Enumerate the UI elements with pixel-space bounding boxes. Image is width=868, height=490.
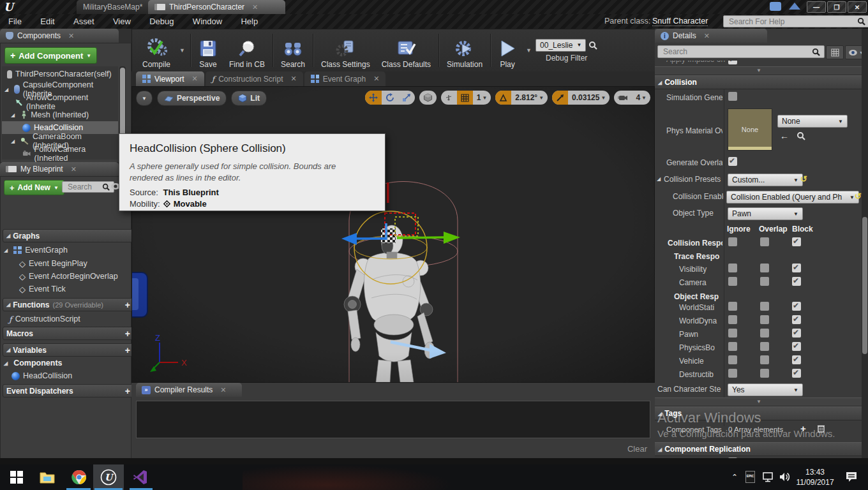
collision-presets-dropdown[interactable]: Custom...▼ [728,174,803,186]
matrix-checkbox-overlap[interactable] [760,264,769,272]
restore-button[interactable]: ❐ [827,1,846,13]
matrix-checkbox-block[interactable] [792,277,801,286]
phys-material-dropdown[interactable]: None▼ [777,115,848,128]
dispatchers-section-header[interactable]: Event Dispatchers + [3,384,134,397]
matrix-checkbox-ignore[interactable] [728,355,737,364]
delete-tags-icon[interactable] [817,424,825,433]
tree-item-self[interactable]: ThirdPersonCharacter(self) [2,68,119,80]
tab-close-icon[interactable]: ✕ [373,75,379,83]
matrix-checkbox-overlap[interactable] [760,302,769,311]
matrix-checkbox-ignore[interactable] [728,277,737,286]
expander-icon[interactable]: ◢ [11,138,15,144]
tree-item-mesh[interactable]: ◢ Mesh (Inherited) [2,108,119,121]
matrix-checkbox-block[interactable] [792,342,801,351]
vscode-icon[interactable] [131,468,149,486]
collision-section-header[interactable]: ◢ Collision [655,75,868,89]
play-button[interactable]: Play [493,29,522,71]
event-actorbeginoverlap-item[interactable]: ◇ Event ActorBeginOverlap [3,270,119,283]
tab-close-icon[interactable]: ✕ [220,386,226,394]
translate-tool-button[interactable] [365,91,382,105]
close-button[interactable]: ✕ [848,1,867,13]
matrix-checkbox-overlap[interactable] [760,315,769,324]
myblueprint-close-icon[interactable]: ✕ [71,165,77,174]
lit-mode-button[interactable]: Lit [231,91,267,106]
network-tray-icon[interactable] [762,472,775,482]
component-replication-header[interactable]: ◢ Component Replication [655,442,868,456]
category-expander[interactable]: ▼ [655,66,863,75]
matrix-checkbox-block[interactable] [792,329,801,338]
can-step-dropdown[interactable]: Yes▼ [728,383,803,396]
chrome-icon[interactable] [70,468,88,486]
search-button[interactable]: Search [275,29,311,71]
matrix-checkbox-block[interactable] [792,369,801,378]
collision-enabled-dropdown[interactable]: Collision Enabled (Query and Ph▼ [726,191,859,204]
matrix-checkbox-overlap[interactable] [760,237,769,246]
details-column-splitter[interactable] [724,89,724,426]
compiler-output-area[interactable] [136,401,650,438]
myblueprint-search-input[interactable] [66,182,102,192]
components-close-icon[interactable]: ✕ [68,32,74,40]
save-button[interactable]: Save [193,29,223,71]
myblueprint-panel-tab[interactable]: My Blueprint ✕ [0,162,119,176]
rotation-snap-value[interactable]: 2.812°▼ [511,91,548,105]
perspective-button[interactable]: Perspective [157,91,227,106]
graphs-section-header[interactable]: ◢ Graphs [3,229,134,242]
phys-material-thumbnail[interactable]: None [728,108,772,151]
tab-close-icon[interactable]: ✕ [252,3,258,11]
details-search-input[interactable] [662,47,812,57]
ue4-taskbar-active[interactable]: U [93,464,124,490]
matrix-checkbox-block[interactable] [792,302,801,311]
reset-to-default-icon[interactable]: ↺ [855,191,862,201]
compile-button[interactable]: Compile [132,29,176,71]
grid-snap-button[interactable] [457,91,473,105]
play-options-chevron-icon[interactable]: ▼ [522,47,535,54]
tags-section-header[interactable]: ◢ Tags [655,406,868,420]
matrix-checkbox-block[interactable] [792,315,801,324]
event-beginplay-item[interactable]: ◇ Event BeginPlay [3,257,119,270]
camera-speed-button[interactable] [614,91,632,105]
clock[interactable]: 13:43 11/09/2017 [794,467,836,487]
scale-snap-button[interactable] [552,91,568,105]
eventgraph-item[interactable]: ◢ EventGraph [3,244,119,256]
matrix-checkbox-ignore[interactable] [728,329,737,338]
use-selected-asset-icon[interactable]: ← [780,131,789,141]
tree-item-arrow[interactable]: ArrowComponent (Inherite [2,96,119,108]
help-search[interactable] [723,15,868,27]
matrix-checkbox-overlap[interactable] [760,329,769,338]
rotate-tool-button[interactable] [382,91,398,105]
action-center-icon[interactable] [845,471,858,483]
tab-close-icon[interactable]: ✕ [191,75,197,83]
find-in-cb-button[interactable]: Find in CB [223,29,271,71]
browse-asset-icon[interactable] [797,131,805,140]
camera-speed-value[interactable]: 4▼ [632,91,650,105]
matrix-checkbox-ignore[interactable] [728,237,737,246]
chat-bubble-icon[interactable] [770,2,781,11]
class-defaults-button[interactable]: Class Defaults [376,29,437,71]
functions-section-header[interactable]: ◢ Functions (29 Overridable) + [3,298,134,311]
menu-window[interactable]: Window [184,14,230,29]
tab-close-icon[interactable]: ✕ [704,32,710,40]
debug-search-icon[interactable] [588,41,597,50]
matrix-checkbox-block[interactable] [792,355,801,364]
volume-tray-icon[interactable] [779,471,791,482]
coordinate-system-button[interactable] [419,91,437,105]
add-tag-icon[interactable]: + [800,423,806,434]
minimize-button[interactable]: — [807,1,826,13]
file-explorer-icon[interactable] [38,468,56,486]
macros-section-header[interactable]: Macros + [3,327,134,340]
matrix-checkbox-ignore[interactable] [728,369,737,378]
tab-event-graph[interactable]: Event Graph ✕ [304,71,386,86]
expander-icon[interactable]: ◢ [4,87,8,93]
matrix-checkbox-ignore[interactable] [728,302,737,311]
details-tab[interactable]: i Details ✕ [655,29,767,43]
add-new-button[interactable]: + Add New ▼ [4,180,64,195]
variable-headcollision-item[interactable]: HeadCollision [3,369,119,382]
reset-to-default-icon[interactable]: ↺ [800,174,807,184]
debug-object-dropdown[interactable]: 00_Leslie ▼ [535,39,586,52]
scale-snap-value[interactable]: 0.03125▼ [568,91,610,105]
details-search[interactable] [657,45,825,58]
matrix-checkbox-overlap[interactable] [760,355,769,364]
menu-debug[interactable]: Debug [141,14,182,29]
add-dispatcher-icon[interactable]: + [125,387,130,396]
add-variable-icon[interactable]: + [125,346,130,355]
